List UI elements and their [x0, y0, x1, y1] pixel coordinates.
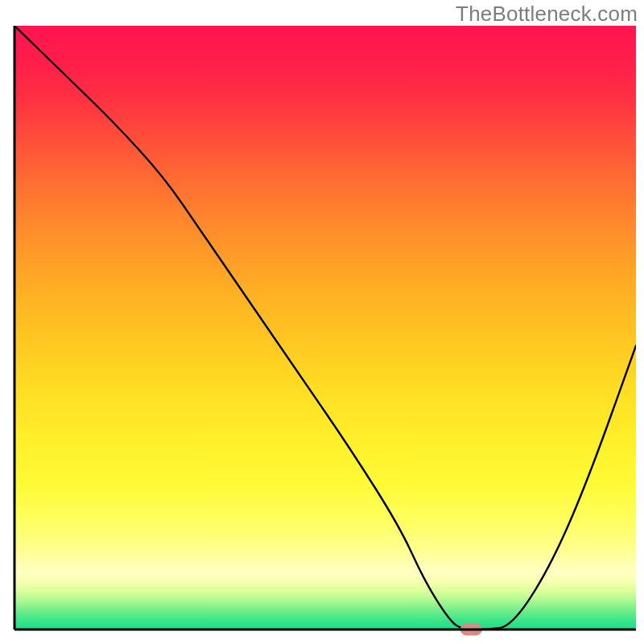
chart-stage: TheBottleneck.com	[0, 0, 644, 644]
bottleneck-chart	[0, 0, 644, 644]
watermark-text: TheBottleneck.com	[456, 2, 638, 27]
